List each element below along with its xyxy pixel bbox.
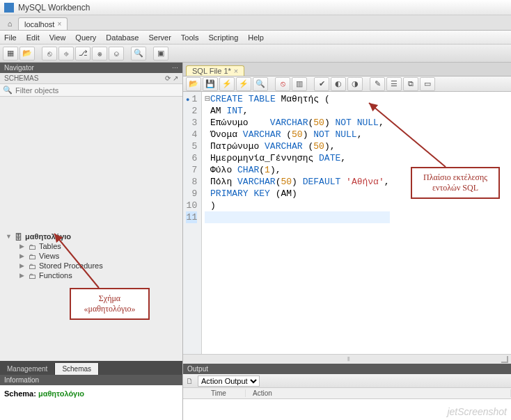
col-action: Action (246, 389, 511, 397)
search-icon: 🔍 (3, 86, 13, 95)
menu-view[interactable]: View (49, 33, 66, 42)
filter-input[interactable] (15, 86, 180, 95)
annotation-sql: Πλαίσιο εκτέλεσης εντολών SQL (411, 167, 500, 199)
close-icon[interactable]: × (57, 20, 61, 28)
menu-tools[interactable]: Tools (181, 33, 199, 42)
home-icon[interactable]: ⌂ (3, 17, 17, 30)
output-toolbar: 🗋 Action Output (183, 374, 511, 388)
tree-folder-procedures[interactable]: ▶🗀Stored Procedures (15, 261, 181, 270)
toolbar-icon[interactable]: ▭ (420, 77, 435, 91)
tab-schemas[interactable]: Schemas (55, 363, 99, 375)
menu-scripting[interactable]: Scripting (209, 33, 239, 42)
navigator-header: Navigator ⋯ (0, 63, 182, 73)
chevron-right-icon: ▶ (19, 262, 26, 269)
connection-tabstrip: ⌂ localhost × (0, 15, 511, 31)
main-toolbar: ▦ 📂 ⎋ ⎆ ⎇ ⎈ ⎉ 🔍 ▣ (0, 45, 511, 63)
menu-database[interactable]: Database (106, 33, 139, 42)
toolbar-icon[interactable]: ⎋ (42, 47, 57, 60)
code-area[interactable]: ⊟CREATE TABLE Μαθητής ( AM INT, Επώνυμο … (202, 92, 392, 354)
window-titlebar: MySQL Workbench (0, 0, 511, 15)
information-panel: Schema: μαθητολόγιο (0, 385, 182, 420)
open-icon[interactable]: 📂 (186, 77, 201, 91)
menu-edit[interactable]: Edit (26, 33, 40, 42)
beautify-icon[interactable]: ☰ (386, 77, 402, 91)
chevron-right-icon: ▶ (19, 243, 26, 250)
execute-icon[interactable]: ⚡ (219, 77, 235, 91)
toolbar-icon[interactable]: ▣ (153, 47, 168, 60)
close-icon[interactable]: × (234, 67, 238, 75)
toolbar-icon[interactable]: ⧉ (403, 77, 418, 91)
tree-folder-functions[interactable]: ▶🗀Functions (15, 270, 181, 280)
tree-folder-tables[interactable]: ▶🗀Tables (15, 241, 181, 251)
explain-icon[interactable]: 🔍 (253, 77, 268, 91)
output-header: Output (183, 364, 511, 374)
menubar: File Edit View Query Database Server Too… (0, 31, 511, 45)
schemas-header: SCHEMAS ⟳ ↗ (0, 73, 182, 84)
execute-current-icon[interactable]: ⚡ (236, 77, 251, 91)
chevron-right-icon: ▶ (19, 252, 26, 259)
panel-options-icon[interactable]: ⋯ (172, 65, 178, 72)
toolbar-icon[interactable]: ⎈ (92, 47, 107, 60)
chevron-right-icon: ▶ (19, 272, 26, 279)
search-icon[interactable]: 🔍 (131, 47, 146, 60)
refresh-icon[interactable]: ⟳ ↗ (165, 74, 178, 82)
menu-help[interactable]: Help (248, 33, 264, 42)
chevron-down-icon[interactable]: ▼ (6, 233, 13, 240)
folder-icon: 🗀 (29, 262, 37, 269)
info-schema-name: μαθητολόγιο (38, 389, 84, 398)
app-title: MySQL Workbench (18, 3, 90, 13)
toolbar-icon[interactable]: ◐ (331, 77, 346, 91)
connection-tab-label: localhost (24, 20, 54, 29)
horizontal-scrollbar[interactable]: ⦀ (183, 354, 511, 364)
new-sql-tab-icon[interactable]: ▦ (3, 47, 18, 60)
filter-row: 🔍 (0, 84, 182, 97)
sql-editor[interactable]: ●1234567891011 ⊟CREATE TABLE Μαθητής ( A… (183, 92, 511, 354)
folder-icon: 🗀 (29, 272, 37, 279)
sql-toolbar: 📂 💾 ⚡ ⚡ 🔍 ⦸ ▥ ✔ ◐ ◑ ✎ ☰ ⧉ ▭ (183, 76, 511, 92)
database-icon: 🗄 (15, 233, 23, 240)
connection-tab[interactable]: localhost × (18, 17, 68, 30)
save-icon[interactable]: 💾 (203, 77, 218, 91)
toolbar-icon[interactable]: ✎ (370, 77, 385, 91)
line-gutter: ●1234567891011 (183, 92, 202, 354)
output-columns: Time Action (183, 388, 511, 399)
tree-folder-views[interactable]: ▶🗀Views (15, 251, 181, 261)
output-clear-icon[interactable]: 🗋 (186, 377, 194, 385)
toolbar-icon[interactable]: ⎉ (109, 47, 124, 60)
sql-tabstrip: SQL File 1* × (183, 63, 511, 76)
watermark: jetScreenshot (447, 406, 507, 417)
sql-file-tab[interactable]: SQL File 1* × (186, 65, 244, 76)
sql-tab-label: SQL File 1* (192, 67, 231, 75)
information-header: Information (0, 375, 182, 385)
left-panel: Navigator ⋯ SCHEMAS ⟳ ↗ 🔍 ▼ 🗄 μαθητολόγι… (0, 63, 183, 420)
folder-icon: 🗀 (29, 243, 37, 250)
stop-icon[interactable]: ⦸ (275, 77, 290, 91)
right-panel: SQL File 1* × 📂 💾 ⚡ ⚡ 🔍 ⦸ ▥ ✔ ◐ ◑ ✎ ☰ ⧉ … (183, 63, 511, 420)
folder-icon: 🗀 (29, 252, 37, 259)
toolbar-icon[interactable]: ▥ (292, 77, 307, 91)
commit-icon[interactable]: ✔ (314, 77, 329, 91)
output-selector[interactable]: Action Output (198, 375, 260, 387)
info-label: Schema: (4, 389, 36, 398)
menu-query[interactable]: Query (75, 33, 96, 42)
navigator-tabs: Management Schemas (0, 361, 182, 375)
col-time: Time (204, 389, 246, 397)
annotation-schema: Σχήμα «μαθητολόγιο» (70, 288, 150, 320)
open-sql-icon[interactable]: 📂 (19, 47, 35, 60)
toolbar-icon[interactable]: ⎇ (75, 47, 91, 60)
tree-schema-node[interactable]: ▼ 🗄 μαθητολόγιο (1, 232, 181, 241)
app-logo-icon (4, 3, 14, 13)
menu-file[interactable]: File (4, 33, 17, 42)
toolbar-icon[interactable]: ◑ (347, 77, 363, 91)
tab-management[interactable]: Management (0, 363, 55, 375)
schema-tree[interactable]: ▼ 🗄 μαθητολόγιο ▶🗀Tables ▶🗀Views ▶🗀Store… (0, 97, 182, 361)
toolbar-icon[interactable]: ⎆ (58, 47, 74, 60)
menu-server[interactable]: Server (148, 33, 171, 42)
